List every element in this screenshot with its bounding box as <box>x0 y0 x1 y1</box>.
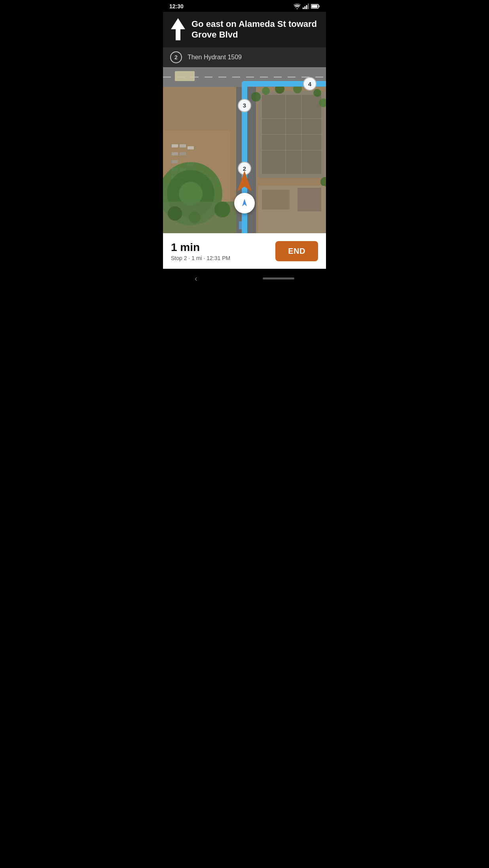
map-area: 2 3 4 <box>163 67 326 233</box>
back-button[interactable]: ‹ <box>195 274 197 283</box>
back-icon: ‹ <box>195 274 197 283</box>
svg-marker-7 <box>171 18 185 40</box>
direction-arrow <box>237 171 252 193</box>
battery-icon <box>311 4 320 9</box>
current-location-marker <box>234 193 255 213</box>
bottom-panel: 1 min Stop 2 · 1 mi · 12:31 PM END <box>163 233 326 269</box>
wifi-icon <box>294 4 301 9</box>
svg-rect-6 <box>312 5 318 8</box>
signal-icon <box>303 4 309 9</box>
up-arrow-icon <box>171 18 185 40</box>
status-time: 12:30 <box>169 3 184 9</box>
nav-instruction: Go east on Alameda St toward Grove Blvd <box>191 19 318 40</box>
eta-duration: 1 min <box>171 241 230 254</box>
waypoint-3: 3 <box>238 99 251 112</box>
svg-rect-1 <box>304 6 305 9</box>
end-button[interactable]: END <box>275 241 318 261</box>
svg-rect-5 <box>319 6 320 8</box>
home-indicator[interactable] <box>263 277 294 279</box>
svg-rect-0 <box>303 8 304 9</box>
svg-rect-2 <box>306 5 307 9</box>
status-icons <box>294 4 320 9</box>
home-bar: ‹ <box>163 269 326 288</box>
svg-rect-3 <box>308 4 309 9</box>
next-step-bar: 2 Then Hydrant 1509 <box>163 47 326 67</box>
nav-header: Go east on Alameda St toward Grove Blvd <box>163 12 326 47</box>
status-bar: 12:30 <box>163 0 326 12</box>
next-step-text: Then Hydrant 1509 <box>188 54 242 61</box>
svg-marker-69 <box>242 199 247 206</box>
eta-info: 1 min Stop 2 · 1 mi · 12:31 PM <box>171 241 230 261</box>
waypoint-4: 4 <box>303 77 317 91</box>
svg-marker-68 <box>237 171 252 191</box>
step-circle-2: 2 <box>170 51 182 63</box>
eta-details: Stop 2 · 1 mi · 12:31 PM <box>171 255 230 261</box>
